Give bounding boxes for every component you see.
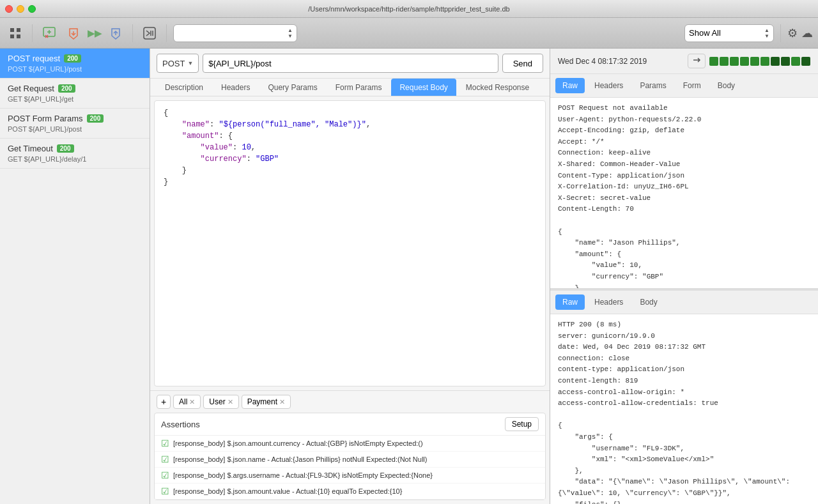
close-button[interactable] bbox=[5, 5, 13, 13]
code-editor[interactable]: { "name": "${person("full_name", "Male")… bbox=[154, 100, 546, 386]
assertion-check-icon-2: ☑ bbox=[161, 454, 169, 464]
bottom-response: Raw Headers Body HTTP 200 (8 ms) server:… bbox=[550, 290, 818, 504]
status-badge-4: 200 bbox=[57, 144, 74, 153]
status-indicators bbox=[709, 57, 810, 66]
assertion-item-2: ☑ [response_body] $.json.name - Actual:{… bbox=[155, 452, 545, 468]
sidebar-item-subtitle-2: GET ${API_URL}/get bbox=[8, 95, 142, 103]
bottom-tab-raw[interactable]: Raw bbox=[555, 294, 585, 310]
settings-icon[interactable]: ⚙ bbox=[787, 26, 798, 40]
top-tab-form[interactable]: Form bbox=[676, 78, 708, 93]
forward-button[interactable]: ▶▶ bbox=[88, 28, 102, 38]
show-all-label: Show All bbox=[689, 28, 762, 38]
assertion-text-2: [response_body] $.json.name - Actual:{Ja… bbox=[173, 455, 427, 463]
method-label: POST bbox=[162, 59, 185, 68]
close-payment-tab-icon[interactable]: ✕ bbox=[279, 398, 285, 406]
status-indicator-5 bbox=[750, 57, 759, 66]
assertions-panel: Assertions Setup ☑ [response_body] $.jso… bbox=[154, 413, 546, 500]
setup-button[interactable]: Setup bbox=[505, 417, 539, 431]
top-response-content: POST Request not available User-Agent: p… bbox=[550, 98, 818, 288]
assertions-title: Assertions bbox=[161, 420, 200, 429]
sidebar-item-subtitle-1: POST ${API_URL}/post bbox=[8, 65, 142, 73]
assertion-text-3: [response_body] $.args.username - Actual… bbox=[173, 471, 433, 479]
tab-headers[interactable]: Headers bbox=[213, 79, 258, 96]
export-button[interactable] bbox=[105, 23, 126, 43]
bottom-response-tabs: Raw Headers Body bbox=[550, 290, 818, 314]
close-user-tab-icon[interactable]: ✕ bbox=[228, 398, 233, 406]
cloud-icon[interactable]: ☁ bbox=[801, 26, 813, 40]
server-arrows-icon: ▲ ▼ bbox=[288, 27, 293, 39]
top-tab-headers[interactable]: Headers bbox=[587, 78, 630, 93]
grid-icon-button[interactable] bbox=[5, 23, 26, 43]
tab-query-params[interactable]: Query Params bbox=[259, 79, 325, 96]
status-indicator-7 bbox=[771, 57, 780, 66]
method-select[interactable]: POST ▼ bbox=[157, 54, 199, 73]
bottom-tab-body[interactable]: Body bbox=[633, 294, 664, 310]
status-badge-3: 200 bbox=[87, 114, 104, 123]
assertion-check-icon-3: ☑ bbox=[161, 470, 169, 480]
assertion-check-icon-4: ☑ bbox=[161, 486, 169, 496]
status-indicator-3 bbox=[730, 57, 739, 66]
svg-rect-0 bbox=[10, 28, 14, 32]
group-tab-all-label: All bbox=[179, 397, 187, 406]
bottom-response-content: HTTP 200 (8 ms) server: gunicorn/19.9.0 … bbox=[550, 314, 818, 504]
sidebar-item-get-request[interactable]: Get Request 200 GET ${API_URL}/get bbox=[0, 79, 150, 109]
sidebar-item-title-2: Get Request bbox=[8, 84, 54, 93]
assertion-item-4: ☑ [response_body] $.json.amount.value - … bbox=[155, 484, 545, 500]
svg-rect-1 bbox=[17, 28, 20, 32]
traffic-lights bbox=[5, 5, 36, 13]
status-badge-2: 200 bbox=[58, 84, 75, 93]
sidebar-item-title-1: POST request bbox=[8, 54, 60, 63]
svg-rect-2 bbox=[10, 34, 14, 38]
server-select[interactable]: localhost ▲ ▼ bbox=[173, 24, 297, 42]
sidebar-item-title-3: POST Form Params bbox=[8, 114, 83, 123]
status-indicator-10 bbox=[801, 57, 810, 66]
assertion-text-4: [response_body] $.json.amount.value - Ac… bbox=[173, 487, 402, 495]
tab-form-params[interactable]: Form Params bbox=[327, 79, 390, 96]
tab-description[interactable]: Description bbox=[157, 79, 212, 96]
group-tab-all[interactable]: All ✕ bbox=[173, 395, 201, 409]
sidebar-item-post-request[interactable]: POST request 200 POST ${API_URL}/post bbox=[0, 49, 150, 79]
toolbar-left-group bbox=[5, 23, 26, 43]
request-tabs-bar: Description Headers Query Params Form Pa… bbox=[150, 79, 550, 96]
add-group-tab-button[interactable]: + bbox=[157, 395, 171, 409]
show-all-arrows-icon: ▲ ▼ bbox=[764, 27, 769, 39]
import-button[interactable] bbox=[63, 23, 84, 43]
new-request-button[interactable] bbox=[39, 23, 59, 43]
status-indicator-2 bbox=[720, 57, 729, 66]
minimize-button[interactable] bbox=[17, 5, 24, 13]
top-tab-body[interactable]: Body bbox=[711, 78, 742, 93]
sidebar-item-post-form[interactable]: POST Form Params 200 POST ${API_URL}/pos… bbox=[0, 109, 150, 139]
top-response: Raw Headers Params Form Body POST Reques… bbox=[550, 74, 818, 290]
close-all-tab-icon[interactable]: ✕ bbox=[189, 398, 195, 406]
tab-request-body[interactable]: Request Body bbox=[391, 79, 456, 96]
bottom-tab-headers[interactable]: Headers bbox=[587, 294, 630, 310]
tab-mocked-response[interactable]: Mocked Response bbox=[458, 79, 537, 96]
show-all-select[interactable]: Show All ▲ ▼ bbox=[684, 24, 774, 42]
status-indicator-4 bbox=[740, 57, 749, 66]
window-title: /Users/nmn/workspace/http-rider/sample/h… bbox=[308, 5, 509, 13]
main-content: POST ▼ Send Description Headers Query Pa… bbox=[150, 49, 550, 504]
response-date: Wed Dec 4 08:17:32 2019 bbox=[558, 57, 647, 66]
sidebar-item-title-4: Get Timeout bbox=[8, 144, 53, 153]
group-tab-payment-label: Payment bbox=[247, 397, 277, 406]
main-container: POST request 200 POST ${API_URL}/post Ge… bbox=[0, 49, 818, 504]
assertions-header: Assertions Setup bbox=[155, 413, 545, 436]
send-button[interactable]: Send bbox=[502, 54, 543, 73]
right-panel: Wed Dec 4 08:17:32 2019 bbox=[550, 49, 818, 504]
server-input[interactable]: localhost bbox=[178, 28, 285, 38]
runner-button[interactable] bbox=[139, 23, 160, 43]
group-tab-payment[interactable]: Payment ✕ bbox=[242, 395, 291, 409]
sidebar-item-get-timeout[interactable]: Get Timeout 200 GET ${API_URL}/delay/1 bbox=[0, 139, 150, 169]
share-button[interactable] bbox=[688, 54, 706, 68]
request-bar: POST ▼ Send bbox=[150, 49, 550, 79]
group-tab-user[interactable]: User ✕ bbox=[203, 395, 238, 409]
url-input[interactable] bbox=[203, 54, 498, 73]
assertion-check-icon-1: ☑ bbox=[161, 438, 169, 448]
maximize-button[interactable] bbox=[28, 5, 36, 13]
svg-rect-3 bbox=[17, 34, 20, 38]
top-tab-raw[interactable]: Raw bbox=[555, 78, 585, 93]
top-tab-params[interactable]: Params bbox=[633, 78, 673, 93]
status-indicator-9 bbox=[791, 57, 800, 66]
assertion-item-3: ☑ [response_body] $.args.username - Actu… bbox=[155, 468, 545, 484]
status-badge-1: 200 bbox=[64, 54, 81, 63]
